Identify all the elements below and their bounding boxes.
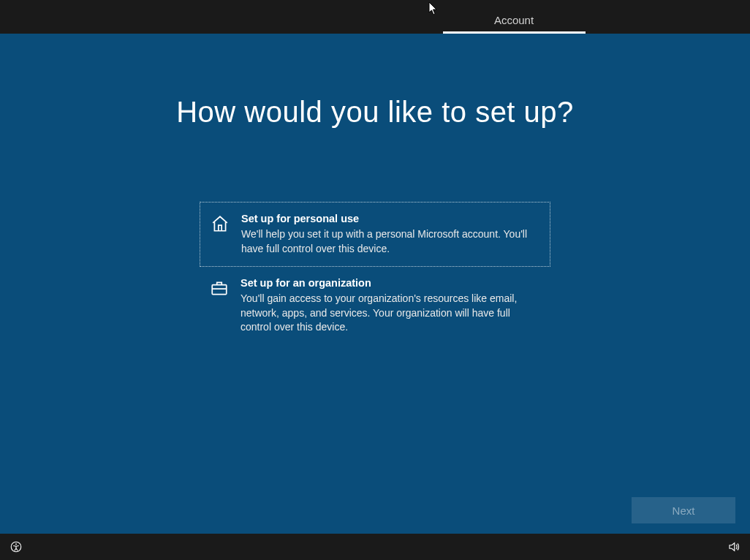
top-bar: Account (0, 0, 750, 34)
option-text: Set up for an organization You'll gain a… (235, 277, 539, 335)
content-area: How would you like to set up? Set up for… (0, 34, 750, 534)
bottom-bar (0, 534, 750, 560)
briefcase-icon (210, 277, 235, 335)
tab-account[interactable]: Account (443, 8, 586, 34)
home-icon (211, 213, 235, 256)
page-title: How would you like to set up? (0, 96, 750, 129)
svg-rect-0 (212, 285, 227, 295)
next-button[interactable]: Next (632, 497, 735, 523)
svg-point-2 (15, 543, 17, 545)
option-description: You'll gain access to your organization'… (240, 292, 539, 335)
option-description: We'll help you set it up with a personal… (241, 227, 538, 256)
option-personal-use[interactable]: Set up for personal use We'll help you s… (200, 202, 550, 267)
options-container: Set up for personal use We'll help you s… (200, 202, 550, 345)
option-title: Set up for an organization (240, 277, 539, 289)
accessibility-icon[interactable] (9, 540, 23, 554)
option-organization[interactable]: Set up for an organization You'll gain a… (200, 267, 550, 345)
option-text: Set up for personal use We'll help you s… (235, 213, 538, 256)
option-title: Set up for personal use (241, 213, 538, 224)
volume-icon[interactable] (727, 540, 741, 554)
